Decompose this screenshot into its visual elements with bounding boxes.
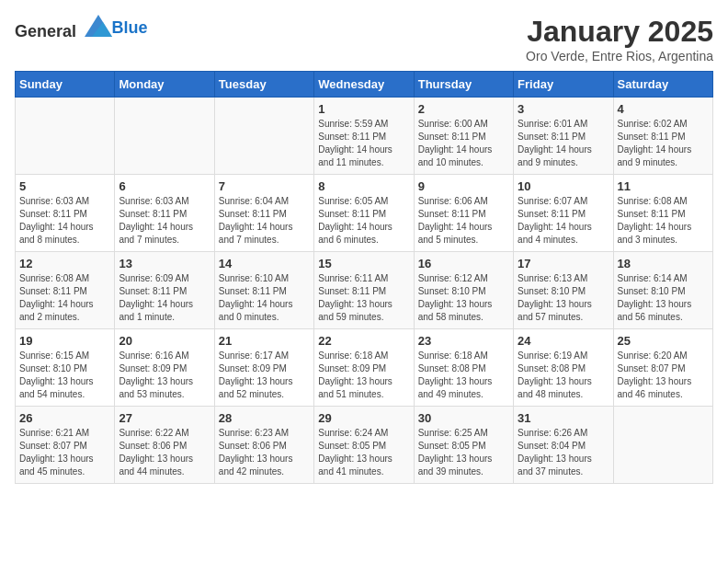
- week-row-3: 19Sunrise: 6:15 AM Sunset: 8:10 PM Dayli…: [16, 329, 713, 407]
- calendar-cell: 6Sunrise: 6:03 AM Sunset: 8:11 PM Daylig…: [115, 175, 214, 252]
- calendar-cell: 21Sunrise: 6:17 AM Sunset: 8:09 PM Dayli…: [214, 329, 313, 407]
- day-number: 3: [518, 102, 609, 116]
- header-sunday: Sunday: [16, 72, 115, 98]
- calendar-cell: 13Sunrise: 6:09 AM Sunset: 8:11 PM Dayli…: [115, 252, 214, 329]
- calendar-cell: 4Sunrise: 6:02 AM Sunset: 8:11 PM Daylig…: [613, 98, 712, 175]
- calendar-cell: 9Sunrise: 6:06 AM Sunset: 8:11 PM Daylig…: [414, 175, 513, 252]
- calendar-cell: [613, 407, 712, 484]
- calendar-cell: 31Sunrise: 6:26 AM Sunset: 8:04 PM Dayli…: [514, 407, 613, 484]
- day-number: 26: [19, 411, 110, 425]
- calendar-cell: 18Sunrise: 6:14 AM Sunset: 8:10 PM Dayli…: [613, 252, 712, 329]
- day-info: Sunrise: 6:15 AM Sunset: 8:10 PM Dayligh…: [19, 350, 110, 401]
- header-tuesday: Tuesday: [214, 72, 313, 98]
- day-number: 15: [318, 257, 409, 270]
- day-number: 8: [318, 179, 409, 193]
- logo-icon: [85, 15, 112, 37]
- day-info: Sunrise: 6:04 AM Sunset: 8:11 PM Dayligh…: [219, 195, 310, 247]
- day-info: Sunrise: 5:59 AM Sunset: 8:11 PM Dayligh…: [318, 118, 409, 169]
- calendar-cell: 14Sunrise: 6:10 AM Sunset: 8:11 PM Dayli…: [214, 252, 313, 329]
- calendar-cell: 8Sunrise: 6:05 AM Sunset: 8:11 PM Daylig…: [314, 175, 414, 252]
- day-info: Sunrise: 6:13 AM Sunset: 8:10 PM Dayligh…: [518, 272, 609, 324]
- day-number: 31: [518, 411, 609, 425]
- calendar-cell: [214, 98, 313, 175]
- day-info: Sunrise: 6:06 AM Sunset: 8:11 PM Dayligh…: [418, 195, 509, 247]
- day-number: 4: [618, 102, 709, 116]
- calendar-cell: 2Sunrise: 6:00 AM Sunset: 8:11 PM Daylig…: [414, 98, 513, 175]
- calendar-cell: 11Sunrise: 6:08 AM Sunset: 8:11 PM Dayli…: [613, 175, 712, 252]
- day-number: 14: [219, 257, 310, 270]
- logo-blue: Blue: [112, 18, 148, 37]
- day-number: 22: [318, 334, 409, 348]
- day-number: 29: [318, 411, 409, 425]
- day-info: Sunrise: 6:19 AM Sunset: 8:08 PM Dayligh…: [518, 350, 609, 401]
- day-number: 28: [219, 411, 310, 425]
- day-number: 6: [119, 179, 210, 193]
- day-number: 7: [219, 179, 310, 193]
- day-info: Sunrise: 6:22 AM Sunset: 8:06 PM Dayligh…: [119, 427, 210, 478]
- day-number: 18: [618, 257, 709, 270]
- calendar-cell: 17Sunrise: 6:13 AM Sunset: 8:10 PM Dayli…: [514, 252, 613, 329]
- header-thursday: Thursday: [414, 72, 513, 98]
- calendar-cell: 3Sunrise: 6:01 AM Sunset: 8:11 PM Daylig…: [514, 98, 613, 175]
- calendar-cell: 30Sunrise: 6:25 AM Sunset: 8:05 PM Dayli…: [414, 407, 513, 484]
- day-info: Sunrise: 6:16 AM Sunset: 8:09 PM Dayligh…: [119, 350, 210, 401]
- day-number: 11: [618, 179, 709, 193]
- calendar-cell: 10Sunrise: 6:07 AM Sunset: 8:11 PM Dayli…: [514, 175, 613, 252]
- day-info: Sunrise: 6:10 AM Sunset: 8:11 PM Dayligh…: [219, 272, 310, 324]
- calendar-cell: 19Sunrise: 6:15 AM Sunset: 8:10 PM Dayli…: [16, 329, 115, 407]
- day-number: 25: [618, 334, 709, 348]
- calendar-cell: 1Sunrise: 5:59 AM Sunset: 8:11 PM Daylig…: [314, 98, 414, 175]
- day-info: Sunrise: 6:01 AM Sunset: 8:11 PM Dayligh…: [518, 118, 609, 169]
- day-info: Sunrise: 6:18 AM Sunset: 8:08 PM Dayligh…: [418, 350, 509, 401]
- day-number: 1: [318, 102, 409, 116]
- day-info: Sunrise: 6:23 AM Sunset: 8:06 PM Dayligh…: [219, 427, 310, 478]
- calendar-cell: 23Sunrise: 6:18 AM Sunset: 8:08 PM Dayli…: [414, 329, 513, 407]
- calendar-cell: 7Sunrise: 6:04 AM Sunset: 8:11 PM Daylig…: [214, 175, 313, 252]
- calendar-cell: 5Sunrise: 6:03 AM Sunset: 8:11 PM Daylig…: [16, 175, 115, 252]
- day-info: Sunrise: 6:08 AM Sunset: 8:11 PM Dayligh…: [19, 272, 110, 324]
- calendar-cell: 15Sunrise: 6:11 AM Sunset: 8:11 PM Dayli…: [314, 252, 414, 329]
- day-number: 12: [19, 257, 110, 270]
- day-number: 2: [418, 102, 509, 116]
- day-number: 5: [19, 179, 110, 193]
- day-info: Sunrise: 6:00 AM Sunset: 8:11 PM Dayligh…: [418, 118, 509, 169]
- logo-general: General: [15, 22, 76, 40]
- day-number: 21: [219, 334, 310, 348]
- day-number: 20: [119, 334, 210, 348]
- day-number: 30: [418, 411, 509, 425]
- calendar-title: January 2025: [526, 15, 713, 49]
- day-info: Sunrise: 6:12 AM Sunset: 8:10 PM Dayligh…: [418, 272, 509, 324]
- day-info: Sunrise: 6:25 AM Sunset: 8:05 PM Dayligh…: [418, 427, 509, 478]
- week-row-2: 12Sunrise: 6:08 AM Sunset: 8:11 PM Dayli…: [16, 252, 713, 329]
- day-info: Sunrise: 6:05 AM Sunset: 8:11 PM Dayligh…: [318, 195, 409, 247]
- day-info: Sunrise: 6:17 AM Sunset: 8:09 PM Dayligh…: [219, 350, 310, 401]
- day-info: Sunrise: 6:08 AM Sunset: 8:11 PM Dayligh…: [618, 195, 709, 247]
- header-monday: Monday: [115, 72, 214, 98]
- day-info: Sunrise: 6:14 AM Sunset: 8:10 PM Dayligh…: [618, 272, 709, 324]
- day-info: Sunrise: 6:02 AM Sunset: 8:11 PM Dayligh…: [618, 118, 709, 169]
- day-number: 9: [418, 179, 509, 193]
- day-number: 23: [418, 334, 509, 348]
- day-info: Sunrise: 6:21 AM Sunset: 8:07 PM Dayligh…: [19, 427, 110, 478]
- day-info: Sunrise: 6:20 AM Sunset: 8:07 PM Dayligh…: [618, 350, 709, 401]
- day-number: 24: [518, 334, 609, 348]
- day-number: 19: [19, 334, 110, 348]
- calendar-cell: 16Sunrise: 6:12 AM Sunset: 8:10 PM Dayli…: [414, 252, 513, 329]
- calendar-cell: [115, 98, 214, 175]
- calendar-cell: 29Sunrise: 6:24 AM Sunset: 8:05 PM Dayli…: [314, 407, 414, 484]
- calendar-cell: 22Sunrise: 6:18 AM Sunset: 8:09 PM Dayli…: [314, 329, 414, 407]
- day-number: 10: [518, 179, 609, 193]
- day-info: Sunrise: 6:26 AM Sunset: 8:04 PM Dayligh…: [518, 427, 609, 478]
- calendar-cell: 27Sunrise: 6:22 AM Sunset: 8:06 PM Dayli…: [115, 407, 214, 484]
- page-header: General Blue January 2025 Oro Verde, Ent…: [15, 15, 713, 63]
- calendar-cell: [16, 98, 115, 175]
- day-number: 16: [418, 257, 509, 270]
- header-wednesday: Wednesday: [314, 72, 414, 98]
- calendar-cell: 24Sunrise: 6:19 AM Sunset: 8:08 PM Dayli…: [514, 329, 613, 407]
- week-row-4: 26Sunrise: 6:21 AM Sunset: 8:07 PM Dayli…: [16, 407, 713, 484]
- day-info: Sunrise: 6:03 AM Sunset: 8:11 PM Dayligh…: [19, 195, 110, 247]
- day-info: Sunrise: 6:09 AM Sunset: 8:11 PM Dayligh…: [119, 272, 210, 324]
- day-info: Sunrise: 6:24 AM Sunset: 8:05 PM Dayligh…: [318, 427, 409, 478]
- day-info: Sunrise: 6:11 AM Sunset: 8:11 PM Dayligh…: [318, 272, 409, 324]
- calendar-cell: 20Sunrise: 6:16 AM Sunset: 8:09 PM Dayli…: [115, 329, 214, 407]
